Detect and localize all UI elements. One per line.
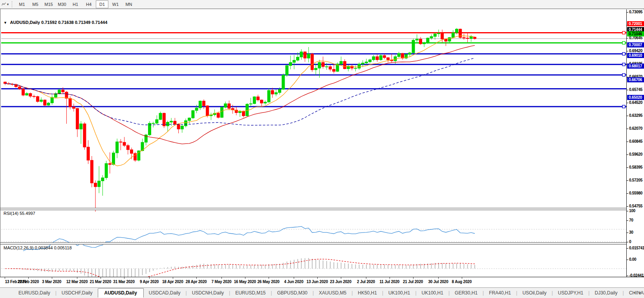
price-badge-0.66706: 0.66706: [627, 77, 644, 82]
timeframe-M1-button[interactable]: M1: [16, 0, 28, 8]
price-tick-label: 0.69420: [629, 49, 642, 53]
timeframe-M30-button[interactable]: M30: [56, 0, 68, 8]
tab-USOil-Daily[interactable]: USOil,Daily: [517, 289, 551, 297]
date-tick: [221, 277, 222, 279]
tab-AUDUSD-Daily[interactable]: AUDUSD,Daily: [98, 288, 144, 298]
date-tick: [28, 277, 29, 279]
tab-scroll-right-button[interactable]: ▸: [637, 289, 643, 296]
hline-handle[interactable]: [622, 74, 625, 76]
macd-axis-label: 0.015741: [629, 246, 644, 250]
hline-handle[interactable]: [622, 105, 625, 108]
price-tick: [627, 38, 628, 38]
price-tick-label: 0.62070: [629, 126, 642, 131]
hline-0.6901[interactable]: [1, 64, 627, 65]
date-label: 11 Jul 2020: [379, 280, 399, 284]
date-label: 23 Jun 2020: [330, 280, 351, 284]
macd-value-2: 0.005118: [54, 245, 71, 250]
tab-GBPUSD-M30[interactable]: GBPUSD,M30: [272, 289, 313, 297]
date-tick: [366, 277, 366, 279]
price-tick: [627, 154, 628, 155]
tab-HK50-H1[interactable]: HK50,H1: [353, 289, 382, 297]
date-axis[interactable]: 13 Feb 202022 Feb 20203 Mar 202012 Mar 2…: [0, 277, 644, 288]
price-tick: [627, 193, 628, 194]
chart-window[interactable]: ▼ AUDUSD,Daily 0.71592 0.71638 0.71349 0…: [0, 9, 644, 288]
hline-0.70007[interactable]: [1, 53, 627, 55]
macd-panel-divider[interactable]: [0, 242, 644, 245]
tab-scroll-left-button[interactable]: ◂: [631, 289, 637, 296]
hline-0.6502[interactable]: [1, 106, 627, 107]
tab-USDJPY-H1[interactable]: USDJPY,H1: [553, 289, 588, 297]
chart-open: 0.71592: [41, 20, 57, 25]
price-tick: [627, 142, 628, 142]
date-label: 9 Apr 2020: [140, 280, 159, 284]
date-label: 4 Jun 2020: [284, 280, 303, 284]
timeframe-M15-button[interactable]: M15: [42, 0, 55, 8]
macd-name: MACD(12,26,9): [4, 245, 33, 250]
hline-0.72001[interactable]: [1, 32, 627, 33]
chart-low: 0.71349: [75, 20, 91, 25]
tab-EURUSD-Daily[interactable]: EURUSD,Daily: [13, 289, 55, 297]
price-tick: [627, 103, 628, 103]
date-label: 13 Jun 2020: [307, 280, 328, 284]
hline-handle[interactable]: [622, 53, 625, 55]
hline-0.71046[interactable]: [1, 42, 627, 44]
line-studies-icon[interactable]: ▼: [2, 1, 9, 8]
date-label: 18 Apr 2020: [162, 280, 183, 284]
date-tick: [245, 277, 245, 279]
tab-USDCHF-Daily[interactable]: USDCHF,Daily: [57, 289, 98, 297]
tab-UK100-H1[interactable]: UK100,H1: [383, 289, 415, 297]
rsi-axis-label: 30: [629, 230, 633, 234]
hline-handle[interactable]: [622, 31, 625, 34]
tab-UK100-H1[interactable]: UK100,H1: [417, 289, 448, 297]
timeframe-H1-button[interactable]: H1: [69, 0, 82, 8]
date-label: 30 Jul 2020: [428, 280, 448, 284]
title-dropdown-icon[interactable]: ▼: [4, 21, 7, 25]
ma-30-line[interactable]: [5, 45, 475, 144]
mt4-window: ▼ M1M5M15M30H1H4D1W1MN ▼ AUDUSD,Daily 0.…: [0, 0, 644, 298]
date-label: 22 Feb 2020: [18, 280, 39, 284]
tab-GER30-H1[interactable]: GER30,H1: [450, 289, 483, 297]
chart-high: 0.71638: [58, 20, 74, 25]
price-badge-0.69010: 0.69010: [627, 53, 644, 58]
date-tick: [101, 277, 101, 279]
price-tick-label: 0.65745: [629, 87, 642, 92]
timeframe-D1-button[interactable]: D1: [96, 0, 108, 8]
timeframe-W1-button[interactable]: W1: [109, 0, 122, 8]
rsi-value: 55.4997: [20, 211, 35, 216]
chart-symbol: AUDUSD,Daily: [10, 20, 40, 25]
timeframe-MN-button[interactable]: MN: [123, 0, 135, 8]
chart-title: ▼ AUDUSD,Daily 0.71592 0.71638 0.71349 0…: [4, 20, 107, 25]
tool-dropdown-icon[interactable]: ▼: [6, 3, 9, 6]
date-tick: [124, 277, 124, 279]
hline-0.66706[interactable]: [1, 88, 627, 89]
hline-handle[interactable]: [622, 42, 625, 44]
tab-XAUUSD-M5[interactable]: XAUUSD,M5: [314, 289, 351, 297]
tab-USDCNH-Daily[interactable]: USDCNH,Daily: [187, 289, 229, 297]
price-tick-label: 0.64520: [629, 100, 642, 105]
timeframe-M5-button[interactable]: M5: [29, 0, 42, 8]
rsi-panel-divider[interactable]: [0, 208, 644, 210]
hline-0.68017[interactable]: [1, 74, 627, 76]
timeframe-H4-button[interactable]: H4: [82, 0, 95, 8]
tab-FRA40-H1[interactable]: FRA40,H1: [484, 289, 516, 297]
tab-DJ30-Daily[interactable]: DJ30,Daily: [589, 289, 622, 297]
date-tick: [462, 277, 462, 279]
date-tick: [77, 277, 77, 279]
date-label: 26 May 2020: [258, 280, 280, 284]
rsi-axis-label: 70: [629, 218, 633, 222]
price-tick-label: 0.58395: [629, 165, 642, 169]
ma-10-line[interactable]: [5, 36, 475, 166]
price-axis[interactable]: 0.730950.718700.706450.694200.681950.669…: [626, 9, 644, 277]
main-chart-canvas[interactable]: [1, 18, 627, 217]
rsi-canvas[interactable]: [1, 219, 627, 252]
date-label: 7 May 2020: [212, 280, 232, 284]
price-tick-label: 0.59620: [629, 152, 642, 156]
date-tick: [390, 277, 390, 279]
price-tick: [627, 51, 628, 51]
tab-USDCAD-Daily[interactable]: USDCAD,Daily: [144, 289, 186, 297]
hline-handle[interactable]: [622, 63, 625, 66]
date-label: 2 Jul 2020: [357, 280, 375, 284]
tab-EURUSD-M15[interactable]: EURUSD,M15: [230, 289, 271, 297]
chart-tabs-bar: EURUSD,Daily|USDCHF,DailyAUDUSD,DailyUSD…: [0, 287, 644, 298]
date-tick: [294, 277, 294, 279]
